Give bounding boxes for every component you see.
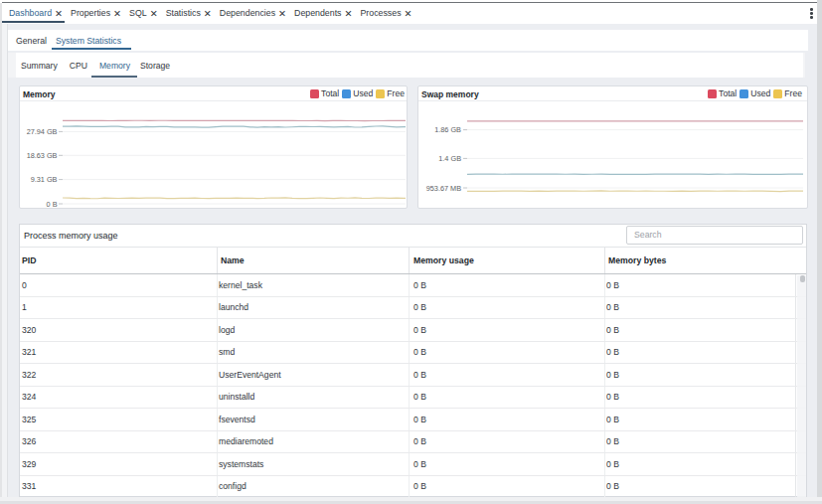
- svg-text:27.94 GB: 27.94 GB: [27, 127, 58, 136]
- svg-text:9.31 GB: 9.31 GB: [31, 175, 58, 184]
- svg-text:0 B: 0 B: [47, 200, 58, 208]
- svg-text:1.86 GB: 1.86 GB: [434, 125, 461, 134]
- svg-text:953.67 MB: 953.67 MB: [426, 184, 461, 193]
- svg-text:18.63 GB: 18.63 GB: [27, 151, 58, 160]
- svg-text:1.4 GB: 1.4 GB: [438, 154, 461, 163]
